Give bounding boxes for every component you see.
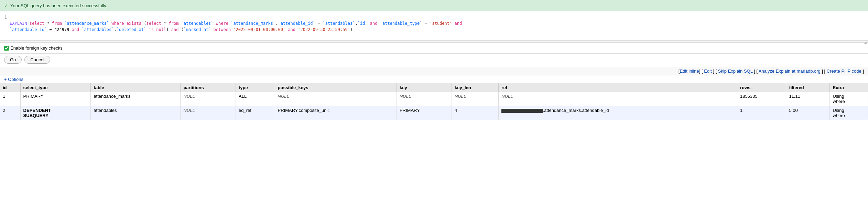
- skip-explain-link[interactable]: Skip Explain SQL: [718, 69, 753, 74]
- col-header-key-len: key_len: [452, 83, 499, 92]
- col-header-type: type: [236, 83, 275, 92]
- sep-5: ]: [861, 69, 864, 74]
- cell-type-1: ALL: [236, 92, 275, 106]
- col-header-table: table: [91, 83, 181, 92]
- cell-filtered-1: 11.11: [786, 92, 830, 106]
- buttons-row: Go Cancel: [0, 54, 868, 67]
- analyze-link[interactable]: Analyze Explain at mariadb.org: [759, 69, 821, 74]
- col-header-key: key: [397, 83, 452, 92]
- cell-ref-1: NULL: [499, 92, 737, 106]
- foreign-key-checkbox[interactable]: [4, 46, 9, 51]
- cell-select-type-2: DEPENDENTSUBQUERY: [20, 106, 91, 120]
- kw-is-null: is null: [149, 27, 166, 32]
- col-header-ref: ref: [499, 83, 737, 92]
- col-header-id: id: [0, 83, 20, 92]
- keyword-explain: EXPLAIN: [10, 21, 27, 26]
- table-attendance-marks: `attendance_marks`: [64, 21, 109, 26]
- redacted-ref: [501, 109, 543, 113]
- cell-extra-2: Usingwhere: [830, 106, 868, 120]
- options-row[interactable]: + Options: [0, 75, 868, 83]
- cell-possible-keys-2: PRIMARY,composite_unic: [275, 106, 397, 120]
- col-header-filtered: filtered: [786, 83, 830, 92]
- table-header-row: id select_type table partitions type pos…: [0, 83, 868, 92]
- cell-rows-2: 1: [737, 106, 786, 120]
- kw-select: select: [30, 21, 44, 26]
- col-attendable-id-2: `attendable_id`: [10, 27, 47, 32]
- cell-select-type-1: PRIMARY: [20, 92, 91, 106]
- col-header-extra: Extra: [830, 83, 868, 92]
- foreign-key-label[interactable]: Enable foreign key checks: [4, 45, 63, 51]
- success-banner: ✓ Your SQL query has been executed succe…: [0, 0, 868, 11]
- ref-text: .attendance_marks.attendable_id: [543, 108, 609, 113]
- kw-between: between: [214, 27, 231, 32]
- select-type-text: DEPENDENTSUBQUERY: [23, 108, 51, 118]
- action-links-row: [Edit inline] [ Edit ] [ Skip Explain SQ…: [0, 67, 868, 75]
- kw-where-2: where: [216, 21, 228, 26]
- kw-select-2: select: [146, 21, 161, 26]
- kw-and-2: and: [455, 21, 462, 26]
- resize-handle[interactable]: ◢: [0, 40, 868, 42]
- cell-partitions-2: NULL: [181, 106, 236, 120]
- cell-key-len-1: NULL: [452, 92, 499, 106]
- col-marked-at: `marked_at`: [184, 27, 211, 32]
- col-attendables-2: `attendables`: [82, 27, 114, 32]
- cell-table-1: attendance_marks: [91, 92, 181, 106]
- cell-ref-2: .attendance_marks.attendable_id: [499, 106, 737, 120]
- col-attendables: `attendables`: [323, 21, 355, 26]
- table-row: 1 PRIMARY attendance_marks NULL ALL NULL…: [0, 92, 868, 106]
- col-id: `id`: [358, 21, 368, 26]
- kw-where-1: where: [111, 21, 124, 26]
- kw-and-3: and: [72, 27, 79, 32]
- cell-id-1: 1: [0, 92, 20, 106]
- results-table: id select_type table partitions type pos…: [0, 83, 868, 120]
- foreign-key-text: Enable foreign key checks: [10, 45, 63, 51]
- cancel-button[interactable]: Cancel: [24, 56, 50, 64]
- col-header-rows: rows: [737, 83, 786, 92]
- kw-from-2: from: [169, 21, 179, 26]
- kw-and-1: and: [370, 21, 378, 26]
- col-deleted-at: `deleted_at`: [117, 27, 147, 32]
- table-attendables: `attendables`: [181, 21, 214, 26]
- col-attendable-id-1: `attendable_id`: [278, 21, 315, 26]
- kw-from-1: from: [52, 21, 62, 26]
- col-header-select-type: select_type: [20, 83, 91, 92]
- cell-table-2: attendables: [91, 106, 181, 120]
- col-attendance-marks-1: `attendance_marks`: [231, 21, 275, 26]
- sql-code[interactable]: EXPLAIN select * from `attendance_marks`…: [10, 14, 865, 39]
- success-message: Your SQL query has been executed success…: [10, 3, 107, 8]
- cell-possible-keys-1: NULL: [275, 92, 397, 106]
- str-student: 'student': [430, 21, 452, 26]
- col-attendable-type: `attendable_type`: [380, 21, 422, 26]
- sep-3: ] [: [752, 69, 757, 74]
- sep-2: ] [: [712, 69, 718, 74]
- cell-key-len-2: 4: [452, 106, 499, 120]
- str-date-end: '2022-09-30 23:59:59': [298, 27, 350, 32]
- kw-exists: exists: [127, 21, 141, 26]
- cell-rows-1: 1855335: [737, 92, 786, 106]
- toolbar-area: Enable foreign key checks: [0, 43, 868, 54]
- line-number-1: 1: [3, 14, 10, 20]
- cell-key-2: PRIMARY: [397, 106, 452, 120]
- val-424979: 424979: [54, 27, 69, 32]
- cell-key-1: NULL: [397, 92, 452, 106]
- cell-partitions-1: NULL: [181, 92, 236, 106]
- bracket-close-1: ]: [699, 69, 701, 74]
- edit-link[interactable]: Edit: [704, 69, 712, 74]
- col-header-partitions: partitions: [181, 83, 236, 92]
- cell-extra-1: Usingwhere: [830, 92, 868, 106]
- create-php-link[interactable]: Create PHP code: [827, 69, 861, 74]
- query-editor-area: 1 EXPLAIN select * from `attendance_mark…: [0, 11, 868, 43]
- sep-4: ] [: [821, 69, 827, 74]
- table-row: 2 DEPENDENTSUBQUERY attendables NULL eq_…: [0, 106, 868, 120]
- str-date-start: '2022-09-01 00:00:00': [233, 27, 285, 32]
- cell-id-2: 2: [0, 106, 20, 120]
- cell-type-2: eq_ref: [236, 106, 275, 120]
- cell-filtered-2: 5.00: [786, 106, 830, 120]
- sql-line2: `attendable_id` = 424979 and `attendable…: [10, 27, 352, 32]
- success-icon: ✓: [4, 3, 8, 8]
- edit-inline-link[interactable]: Edit inline: [680, 69, 699, 74]
- col-header-possible-keys: possible_keys: [275, 83, 397, 92]
- kw-and-4: and: [171, 27, 179, 32]
- kw-and-5: and: [288, 27, 295, 32]
- go-button[interactable]: Go: [4, 56, 22, 64]
